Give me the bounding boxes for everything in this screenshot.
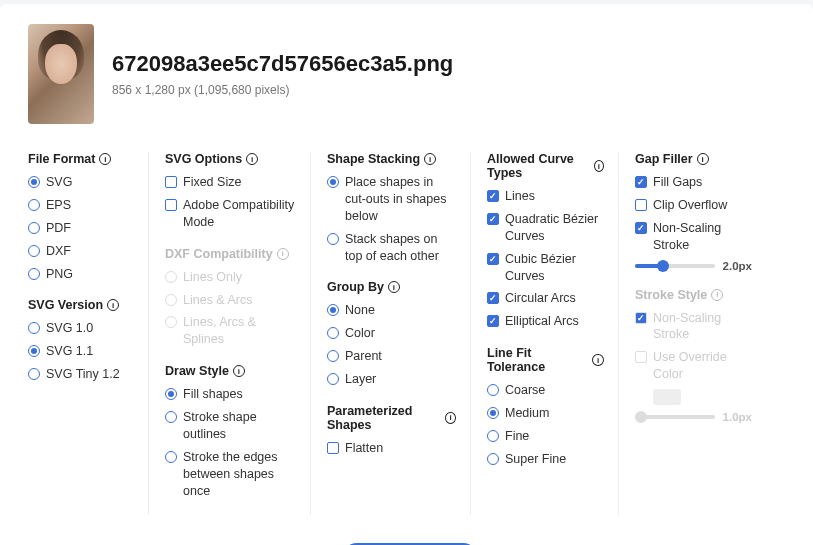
shape-stacking-title: Shape Stacking i [327, 152, 456, 166]
info-icon[interactable]: i [445, 412, 456, 424]
line-fit-fine[interactable]: Fine [487, 428, 604, 445]
non-scaling-stroke-checkbox[interactable]: Non-Scaling Stroke [635, 220, 752, 254]
dxf-compat-title: DXF Compatibility i [165, 247, 296, 261]
draw-fill-shapes[interactable]: Fill shapes [165, 386, 296, 403]
line-fit-title: Line Fit Tolerance i [487, 346, 604, 374]
group-by-layer[interactable]: Layer [327, 371, 456, 388]
shape-stacking-section: Shape Stacking i Place shapes in cut-out… [327, 152, 456, 264]
svg-version-1-1[interactable]: SVG 1.1 [28, 343, 134, 360]
file-format-svg[interactable]: SVG [28, 174, 134, 191]
flatten-checkbox[interactable]: Flatten [327, 440, 456, 457]
image-thumbnail[interactable] [28, 24, 94, 124]
stroke-override-color: Use Override Color [635, 349, 752, 383]
allowed-curves-section: Allowed Curve Types i Lines Quadratic Bé… [487, 152, 604, 330]
gap-filler-slider[interactable] [635, 264, 715, 268]
info-icon[interactable]: i [594, 160, 604, 172]
stroke-non-scaling: Non-Scaling Stroke [635, 310, 752, 344]
info-icon[interactable]: i [233, 365, 245, 377]
file-format-png[interactable]: PNG [28, 266, 134, 283]
group-by-parent[interactable]: Parent [327, 348, 456, 365]
stroke-width-slider [635, 415, 715, 419]
stroke-style-section: Stroke Style i Non-Scaling Stroke Use Ov… [635, 288, 752, 424]
file-format-title: File Format i [28, 152, 134, 166]
draw-style-section: Draw Style i Fill shapes Stroke shape ou… [165, 364, 296, 499]
curve-cubic[interactable]: Cubic Bézier Curves [487, 251, 604, 285]
info-icon[interactable]: i [107, 299, 119, 311]
group-by-title: Group By i [327, 280, 456, 294]
gap-filler-value: 2.0px [723, 260, 752, 272]
dxf-lines-arcs: Lines & Arcs [165, 292, 296, 309]
fill-gaps-checkbox[interactable]: Fill Gaps [635, 174, 752, 191]
draw-stroke-edges[interactable]: Stroke the edges between shapes once [165, 449, 296, 500]
clip-overflow-checkbox[interactable]: Clip Overflow [635, 197, 752, 214]
info-icon[interactable]: i [592, 354, 604, 366]
info-icon[interactable]: i [388, 281, 400, 293]
header: 672098a3ee5c7d57656ec3a5.png 856 x 1,280… [28, 24, 791, 124]
shape-stacking-cutouts[interactable]: Place shapes in cut-outs in shapes below [327, 174, 456, 225]
file-format-pdf[interactable]: PDF [28, 220, 134, 237]
info-icon[interactable]: i [246, 153, 258, 165]
line-fit-section: Line Fit Tolerance i Coarse Medium Fine … [487, 346, 604, 468]
dxf-lines-arcs-splines: Lines, Arcs & Splines [165, 314, 296, 348]
line-fit-coarse[interactable]: Coarse [487, 382, 604, 399]
svg-options-title: SVG Options i [165, 152, 296, 166]
curve-lines[interactable]: Lines [487, 188, 604, 205]
gap-filler-title: Gap Filler i [635, 152, 752, 166]
draw-style-title: Draw Style i [165, 364, 296, 378]
param-shapes-title: Parameterized Shapes i [327, 404, 456, 432]
dxf-compat-section: DXF Compatibility i Lines Only Lines & A… [165, 247, 296, 349]
color-swatch [653, 389, 681, 405]
info-icon[interactable]: i [697, 153, 709, 165]
svg-options-section: SVG Options i Fixed Size Adobe Compatibi… [165, 152, 296, 231]
info-icon[interactable]: i [424, 153, 436, 165]
curve-circular[interactable]: Circular Arcs [487, 290, 604, 307]
image-dimensions: 856 x 1,280 px (1,095,680 pixels) [112, 83, 453, 97]
adobe-compat-checkbox[interactable]: Adobe Compatibility Mode [165, 197, 296, 231]
stroke-style-title: Stroke Style i [635, 288, 752, 302]
dxf-lines-only: Lines Only [165, 269, 296, 286]
file-format-section: File Format i SVG EPS PDF DXF PNG [28, 152, 134, 282]
info-icon: i [277, 248, 289, 260]
line-fit-medium[interactable]: Medium [487, 405, 604, 422]
filename-title: 672098a3ee5c7d57656ec3a5.png [112, 51, 453, 77]
gap-filler-section: Gap Filler i Fill Gaps Clip Overflow Non… [635, 152, 752, 272]
curve-quadratic[interactable]: Quadratic Bézier Curves [487, 211, 604, 245]
info-icon[interactable]: i [99, 153, 111, 165]
group-by-section: Group By i None Color Parent Layer [327, 280, 456, 388]
info-icon: i [711, 289, 723, 301]
group-by-none[interactable]: None [327, 302, 456, 319]
curve-elliptical[interactable]: Elliptical Arcs [487, 313, 604, 330]
file-format-eps[interactable]: EPS [28, 197, 134, 214]
param-shapes-section: Parameterized Shapes i Flatten [327, 404, 456, 457]
svg-version-tiny[interactable]: SVG Tiny 1.2 [28, 366, 134, 383]
stroke-color-swatch-row [635, 389, 752, 405]
shape-stacking-ontop[interactable]: Stack shapes on top of each other [327, 231, 456, 265]
svg-version-1-0[interactable]: SVG 1.0 [28, 320, 134, 337]
fixed-size-checkbox[interactable]: Fixed Size [165, 174, 296, 191]
line-fit-superfine[interactable]: Super Fine [487, 451, 604, 468]
group-by-color[interactable]: Color [327, 325, 456, 342]
stroke-width-value: 1.0px [723, 411, 752, 423]
file-format-dxf[interactable]: DXF [28, 243, 134, 260]
draw-stroke-outlines[interactable]: Stroke shape outlines [165, 409, 296, 443]
allowed-curves-title: Allowed Curve Types i [487, 152, 604, 180]
svg-version-section: SVG Version i SVG 1.0 SVG 1.1 SVG Tiny 1… [28, 298, 134, 383]
svg-version-title: SVG Version i [28, 298, 134, 312]
